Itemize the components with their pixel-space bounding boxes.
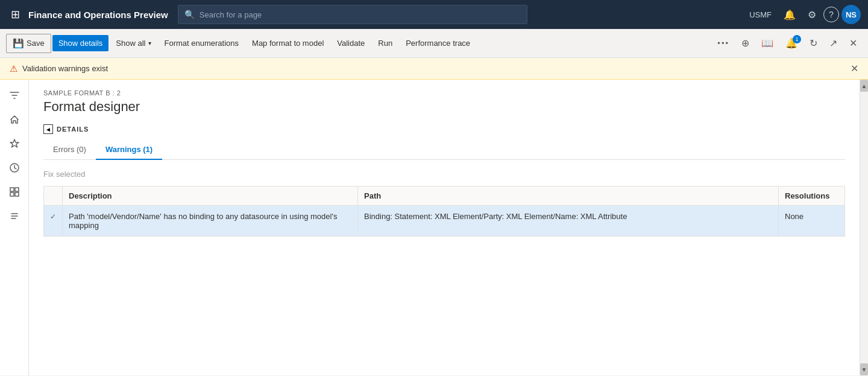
validate-button[interactable]: Validate [331, 35, 371, 51]
bell-icon-btn[interactable]: 🔔 [779, 5, 800, 24]
scrollbar-track: ▲ ▼ [860, 80, 868, 375]
table-row[interactable]: ✓ Path 'model/Vendor/Name' has no bindin… [44, 206, 845, 237]
main-area: SAMPLE FORMAT B : 2 Format designer ◄ DE… [0, 80, 868, 375]
warning-text: Validation warnings exist [22, 64, 108, 73]
env-label: USMF [744, 10, 776, 19]
top-nav: ⊞ Finance and Operations Preview 🔍 USMF … [0, 0, 868, 29]
warnings-table: Description Path Resolutions ✓ [43, 186, 845, 237]
row-path: Binding: Statement: XML Element/Party: X… [358, 206, 779, 237]
search-input[interactable] [200, 10, 521, 19]
svg-rect-2 [15, 188, 19, 191]
book-icon-btn[interactable]: 📖 [756, 34, 778, 53]
scroll-down-button[interactable]: ▼ [860, 363, 868, 375]
tabs: Errors (0) Warnings (1) [43, 140, 845, 160]
settings-icon-btn[interactable]: ⚙ [803, 5, 821, 24]
validate-label: Validate [337, 39, 365, 48]
show-all-label: Show all [116, 39, 145, 48]
notification-badge-container: 🔔 1 [781, 34, 802, 53]
toolbar: 💾 Save Show details Show all ▾ Format en… [0, 29, 868, 58]
notification-count: 1 [793, 35, 801, 43]
save-button[interactable]: 💾 Save [6, 34, 51, 53]
sidebar-icon-home[interactable] [4, 109, 25, 130]
show-details-label: Show details [58, 39, 103, 48]
sidebar-icon-filter[interactable] [4, 84, 25, 106]
app-title: Finance and Operations Preview [28, 10, 168, 20]
performance-trace-label: Performance trace [406, 39, 470, 48]
user-avatar[interactable]: NS [841, 5, 861, 24]
details-header: ◄ DETAILS [43, 124, 845, 134]
show-details-button[interactable]: Show details [52, 35, 109, 51]
connector-icon-btn[interactable]: ⊕ [737, 34, 754, 53]
run-label: Run [378, 39, 392, 48]
share-icon-btn[interactable]: ↗ [825, 34, 842, 53]
search-icon: 🔍 [184, 10, 195, 19]
svg-rect-4 [15, 193, 19, 196]
close-icon-btn[interactable]: ✕ [844, 34, 862, 53]
toolbar-right: ••• ⊕ 📖 🔔 1 ↻ ↗ ✕ [712, 34, 862, 53]
details-section: ◄ DETAILS Errors (0) Warnings (1) Fix se… [43, 124, 845, 237]
details-label: DETAILS [57, 126, 89, 133]
row-resolutions: None [779, 206, 845, 237]
sidebar-icon-star[interactable] [4, 133, 25, 155]
map-format-label: Map format to model [252, 39, 324, 48]
map-format-button[interactable]: Map format to model [246, 35, 330, 51]
col-header-check [44, 186, 63, 206]
svg-rect-1 [10, 188, 14, 191]
refresh-icon-btn[interactable]: ↻ [805, 34, 822, 53]
help-icon-btn[interactable]: ? [823, 7, 839, 22]
left-sidebar [0, 80, 29, 375]
page-title: Format designer [43, 99, 845, 115]
scrollbar-track-area[interactable] [860, 92, 868, 363]
grid-icon[interactable]: ⊞ [7, 4, 24, 25]
format-enumerations-button[interactable]: Format enumerations [159, 35, 245, 51]
table-header-row: Description Path Resolutions [44, 186, 845, 206]
content-panel: SAMPLE FORMAT B : 2 Format designer ◄ DE… [29, 80, 860, 375]
save-icon: 💾 [13, 38, 24, 49]
svg-rect-3 [10, 193, 14, 196]
fix-selected-link: Fix selected [43, 170, 845, 179]
performance-trace-button[interactable]: Performance trace [400, 35, 476, 51]
scroll-up-button[interactable]: ▲ [860, 80, 868, 92]
warning-banner: ⚠ Validation warnings exist ✕ [0, 58, 868, 80]
tab-errors[interactable]: Errors (0) [43, 140, 96, 160]
col-header-resolutions: Resolutions [779, 186, 845, 206]
search-bar[interactable]: 🔍 [178, 5, 527, 24]
more-options-button[interactable]: ••• [712, 35, 734, 51]
sidebar-icon-clock[interactable] [4, 157, 25, 179]
top-nav-right: USMF 🔔 ⚙ ? NS [744, 5, 861, 24]
row-description: Path 'model/Vendor/Name' has no binding … [63, 206, 358, 237]
row-check: ✓ [44, 206, 63, 237]
tab-warnings[interactable]: Warnings (1) [96, 140, 162, 160]
sidebar-icon-dashboard[interactable] [4, 181, 25, 203]
show-all-arrow: ▾ [148, 40, 151, 46]
run-button[interactable]: Run [372, 35, 398, 51]
check-icon: ✓ [50, 212, 56, 221]
warning-icon: ⚠ [10, 63, 17, 74]
col-header-description: Description [63, 186, 358, 206]
save-label: Save [27, 39, 45, 48]
details-toggle-button[interactable]: ◄ [43, 124, 53, 134]
col-header-path: Path [358, 186, 779, 206]
show-all-button[interactable]: Show all ▾ [110, 35, 157, 51]
sidebar-icon-list[interactable] [4, 205, 25, 227]
warning-close-button[interactable]: ✕ [851, 63, 858, 74]
breadcrumb: SAMPLE FORMAT B : 2 [43, 89, 845, 97]
format-enumerations-label: Format enumerations [165, 39, 239, 48]
